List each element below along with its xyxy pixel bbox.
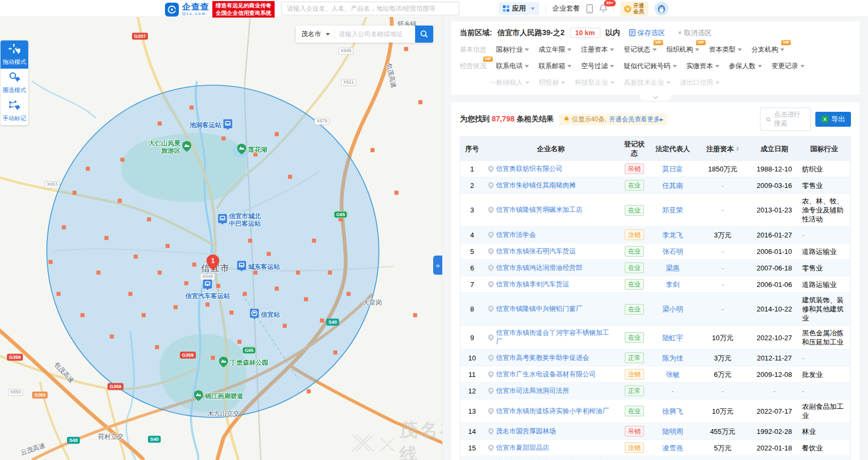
cancel-selection-button[interactable]: × 取消选区 <box>678 28 712 38</box>
filter-空号过滤[interactable]: 空号过滤 <box>581 62 614 71</box>
map-search-input[interactable] <box>335 30 416 38</box>
filter-成立年限[interactable]: 成立年限 <box>539 45 572 54</box>
company-marker[interactable] <box>347 292 351 296</box>
company-marker[interactable] <box>328 271 332 275</box>
company-marker[interactable] <box>230 311 234 315</box>
filter-变更记录[interactable]: 变更记录 <box>772 62 805 71</box>
company-link[interactable]: 信宜市东镇街道合丫河宇容不锈钢加工厂 <box>496 328 614 347</box>
filter-实缴资本[interactable]: 实缴资本 <box>687 62 720 71</box>
company-marker[interactable] <box>307 390 311 393</box>
export-button[interactable]: X 导出 <box>815 112 851 127</box>
company-marker[interactable] <box>73 191 77 195</box>
mobile-app-button[interactable] <box>586 4 593 13</box>
filter-组织机构[interactable]: 组织机构VIP <box>666 45 699 54</box>
company-marker[interactable] <box>129 292 133 296</box>
filter-注册资本[interactable]: 注册资本 <box>581 45 614 54</box>
filter-联系邮箱[interactable]: 联系邮箱 <box>539 62 572 71</box>
company-link[interactable]: 信宜市东镇张石明汽车货运 <box>496 247 576 256</box>
legal-rep-link[interactable]: 莫日富 <box>663 165 683 174</box>
company-link[interactable]: 信宜市朱砂镇任其南猪肉摊 <box>496 181 576 190</box>
filter-国标行业[interactable]: 国标行业 <box>496 45 529 54</box>
company-marker[interactable] <box>118 199 122 203</box>
filter-参保人数[interactable]: 参保人数 <box>729 62 762 71</box>
company-link[interactable]: 信宜市东镇街道练诗实验小学初榨油厂 <box>496 407 609 416</box>
company-marker[interactable] <box>275 133 279 136</box>
map-mode-手动标记[interactable]: 手动标记 <box>1 97 28 125</box>
filter-分支机构[interactable]: 分支机构VIP <box>751 45 784 54</box>
company-marker[interactable] <box>238 340 242 344</box>
legal-rep-link[interactable]: 凌雪燕 <box>663 443 683 453</box>
notifications-button[interactable]: 99+ <box>599 4 607 13</box>
filters-collapse-button[interactable] <box>640 95 671 101</box>
company-marker[interactable] <box>254 271 258 275</box>
legal-rep-link[interactable]: 陆明周 <box>663 427 683 436</box>
company-link[interactable]: 信宜奥联纺织有限公司 <box>496 165 563 174</box>
company-link[interactable]: 信宜市法学会 <box>496 231 536 240</box>
company-marker[interactable] <box>267 252 271 256</box>
map-mode-圈选模式[interactable]: 圈选模式 <box>1 69 28 97</box>
map-search-button[interactable] <box>415 26 433 43</box>
table-search-button[interactable]: 点击进行搜索 <box>760 108 811 131</box>
company-marker[interactable] <box>211 356 215 360</box>
company-marker[interactable] <box>371 149 375 152</box>
company-marker[interactable] <box>414 314 417 317</box>
legal-rep-link[interactable]: 李龙飞 <box>663 231 683 240</box>
legal-rep-link[interactable]: 张敏 <box>666 370 680 379</box>
company-marker[interactable] <box>105 236 109 240</box>
qcc-logo[interactable]: 企查查 Qcc.com 缔造有远见的商业传奇 全国企业信用查询系统 <box>165 1 275 18</box>
company-marker[interactable] <box>158 122 162 126</box>
company-marker[interactable] <box>49 260 53 264</box>
open-vip-more-link[interactable]: 开通会员查看更多▸ <box>609 115 663 124</box>
company-marker[interactable] <box>121 158 125 162</box>
city-selector[interactable]: 茂名市 <box>296 30 334 39</box>
company-marker[interactable] <box>174 306 178 309</box>
company-marker[interactable] <box>86 167 90 171</box>
company-marker[interactable] <box>283 324 287 328</box>
map-mode-拖动模式[interactable]: 拖动模式 <box>1 40 28 69</box>
company-marker[interactable] <box>339 218 343 221</box>
company-marker[interactable] <box>275 287 279 291</box>
company-marker[interactable] <box>395 191 399 195</box>
company-marker[interactable] <box>404 47 408 51</box>
company-link[interactable]: 信宜市东镇鸿达润滑油经营部 <box>496 264 583 273</box>
company-marker[interactable] <box>312 239 316 243</box>
filter-登记状态[interactable]: 登记状态VIP <box>624 45 657 54</box>
company-marker[interactable] <box>166 244 170 248</box>
legal-rep-link[interactable]: 郑亚荣 <box>663 206 683 215</box>
company-marker[interactable] <box>296 271 300 275</box>
company-marker[interactable] <box>57 292 61 296</box>
company-marker[interactable] <box>190 106 194 110</box>
company-marker[interactable] <box>193 263 196 267</box>
company-marker[interactable] <box>288 175 292 179</box>
company-link[interactable]: 信宜市镇隆镇芳垌碾米加工店 <box>496 206 583 215</box>
company-link[interactable]: 信宜市东镇李剑汽车货运 <box>496 280 569 289</box>
company-marker[interactable] <box>62 226 66 229</box>
company-marker[interactable] <box>134 255 138 259</box>
company-link[interactable]: 茂名市国营厚园林场 <box>496 427 556 436</box>
company-link[interactable]: 信宜市广生水电设备器材有限公司 <box>496 370 596 379</box>
legal-rep-link[interactable]: 张石明 <box>663 247 683 256</box>
company-link[interactable]: 信宜市高考奖教奖学助学促进会 <box>496 354 589 363</box>
company-marker[interactable] <box>334 351 337 355</box>
global-search-input[interactable] <box>281 2 459 15</box>
company-link[interactable]: 信宜市司法局池洞司法所 <box>496 387 569 396</box>
company-marker[interactable] <box>217 284 220 288</box>
legal-rep-link[interactable]: 徐腾飞 <box>663 407 683 416</box>
company-marker[interactable] <box>147 218 151 221</box>
company-marker[interactable] <box>110 335 114 339</box>
company-marker[interactable] <box>249 239 252 243</box>
company-marker[interactable] <box>158 271 162 275</box>
company-marker[interactable] <box>97 271 101 275</box>
open-vip-button[interactable]: 开通 会员 <box>621 2 648 16</box>
save-selection-button[interactable]: 保存选区 <box>629 28 665 38</box>
legal-rep-link[interactable]: 陈为佳 <box>663 354 683 363</box>
legal-rep-link[interactable]: 李剑 <box>666 280 680 289</box>
user-avatar[interactable] <box>655 2 668 15</box>
company-marker[interactable] <box>206 303 210 307</box>
filter-联系电话[interactable]: 联系电话 <box>496 62 529 71</box>
company-link[interactable]: 信宜市镇隆镇中兴钢铝门窗厂 <box>496 305 583 314</box>
radius-value[interactable]: 10 km <box>570 28 600 38</box>
company-marker[interactable] <box>185 282 188 285</box>
company-marker[interactable] <box>419 101 423 104</box>
company-marker[interactable] <box>320 319 324 323</box>
